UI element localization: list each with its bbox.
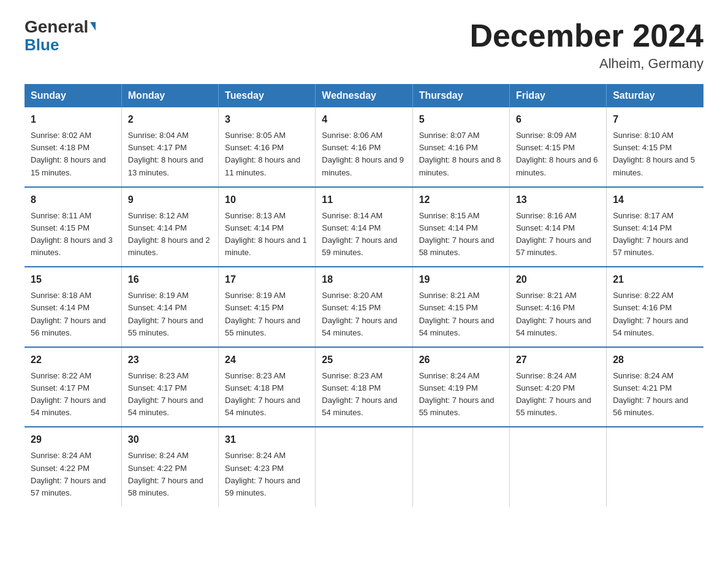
logo: General Blue xyxy=(25,18,96,53)
day-info: Sunrise: 8:23 AMSunset: 4:18 PMDaylight:… xyxy=(322,371,397,417)
day-info: Sunrise: 8:23 AMSunset: 4:17 PMDaylight:… xyxy=(128,371,203,417)
day-info: Sunrise: 8:19 AMSunset: 4:14 PMDaylight:… xyxy=(128,291,203,337)
day-number: 16 xyxy=(128,272,212,287)
calendar-cell xyxy=(607,427,703,507)
day-number: 29 xyxy=(31,432,115,447)
day-info: Sunrise: 8:22 AMSunset: 4:17 PMDaylight:… xyxy=(31,371,106,417)
day-number: 15 xyxy=(31,272,115,287)
day-info: Sunrise: 8:06 AMSunset: 4:16 PMDaylight:… xyxy=(322,131,404,177)
day-number: 25 xyxy=(322,353,406,367)
calendar-cell: 28 Sunrise: 8:24 AMSunset: 4:21 PMDaylig… xyxy=(607,347,703,427)
calendar-cell: 3 Sunrise: 8:05 AMSunset: 4:16 PMDayligh… xyxy=(219,107,316,187)
calendar-cell: 4 Sunrise: 8:06 AMSunset: 4:16 PMDayligh… xyxy=(316,107,412,187)
day-number: 23 xyxy=(128,353,212,367)
calendar-cell: 25 Sunrise: 8:23 AMSunset: 4:18 PMDaylig… xyxy=(316,347,412,427)
calendar-cell xyxy=(316,427,412,507)
day-info: Sunrise: 8:12 AMSunset: 4:14 PMDaylight:… xyxy=(128,211,210,257)
calendar-cell: 9 Sunrise: 8:12 AMSunset: 4:14 PMDayligh… xyxy=(121,187,218,267)
day-info: Sunrise: 8:17 AMSunset: 4:14 PMDaylight:… xyxy=(613,211,688,257)
day-info: Sunrise: 8:10 AMSunset: 4:15 PMDaylight:… xyxy=(613,131,695,177)
day-info: Sunrise: 8:24 AMSunset: 4:20 PMDaylight:… xyxy=(516,371,591,417)
calendar-cell: 20 Sunrise: 8:21 AMSunset: 4:16 PMDaylig… xyxy=(509,267,606,347)
weekday-header-tuesday: Tuesday xyxy=(219,84,316,107)
calendar-cell: 7 Sunrise: 8:10 AMSunset: 4:15 PMDayligh… xyxy=(607,107,703,187)
day-number: 27 xyxy=(516,353,600,367)
day-info: Sunrise: 8:21 AMSunset: 4:16 PMDaylight:… xyxy=(516,291,591,337)
page-header: General Blue December 2024 Alheim, Germa… xyxy=(25,18,703,72)
day-number: 31 xyxy=(225,432,309,447)
day-info: Sunrise: 8:02 AMSunset: 4:18 PMDaylight:… xyxy=(31,131,106,177)
weekday-header-thursday: Thursday xyxy=(412,84,509,107)
calendar-cell: 12 Sunrise: 8:15 AMSunset: 4:14 PMDaylig… xyxy=(412,187,509,267)
day-info: Sunrise: 8:14 AMSunset: 4:14 PMDaylight:… xyxy=(322,211,397,257)
day-number: 17 xyxy=(225,272,309,287)
calendar-cell: 18 Sunrise: 8:20 AMSunset: 4:15 PMDaylig… xyxy=(316,267,412,347)
calendar-week-row: 15 Sunrise: 8:18 AMSunset: 4:14 PMDaylig… xyxy=(25,267,703,347)
weekday-header-saturday: Saturday xyxy=(607,84,703,107)
day-number: 8 xyxy=(31,193,115,207)
day-number: 24 xyxy=(225,353,309,367)
day-number: 9 xyxy=(128,193,212,207)
day-number: 5 xyxy=(419,112,503,127)
day-number: 20 xyxy=(516,272,600,287)
weekday-header-wednesday: Wednesday xyxy=(316,84,412,107)
weekday-header-row: SundayMondayTuesdayWednesdayThursdayFrid… xyxy=(25,84,703,107)
day-number: 11 xyxy=(322,193,406,207)
day-info: Sunrise: 8:24 AMSunset: 4:22 PMDaylight:… xyxy=(128,451,203,497)
calendar-cell: 15 Sunrise: 8:18 AMSunset: 4:14 PMDaylig… xyxy=(25,267,121,347)
calendar-cell: 30 Sunrise: 8:24 AMSunset: 4:22 PMDaylig… xyxy=(121,427,218,507)
day-info: Sunrise: 8:05 AMSunset: 4:16 PMDaylight:… xyxy=(225,131,300,177)
day-number: 7 xyxy=(613,112,697,127)
calendar-cell: 24 Sunrise: 8:23 AMSunset: 4:18 PMDaylig… xyxy=(219,347,316,427)
day-info: Sunrise: 8:23 AMSunset: 4:18 PMDaylight:… xyxy=(225,371,300,417)
calendar-cell: 2 Sunrise: 8:04 AMSunset: 4:17 PMDayligh… xyxy=(121,107,218,187)
day-info: Sunrise: 8:07 AMSunset: 4:16 PMDaylight:… xyxy=(419,131,501,177)
day-number: 2 xyxy=(128,112,212,127)
day-info: Sunrise: 8:04 AMSunset: 4:17 PMDaylight:… xyxy=(128,131,203,177)
calendar-week-row: 8 Sunrise: 8:11 AMSunset: 4:15 PMDayligh… xyxy=(25,187,703,267)
calendar-cell: 19 Sunrise: 8:21 AMSunset: 4:15 PMDaylig… xyxy=(412,267,509,347)
day-number: 18 xyxy=(322,272,406,287)
calendar-cell: 1 Sunrise: 8:02 AMSunset: 4:18 PMDayligh… xyxy=(25,107,121,187)
day-info: Sunrise: 8:16 AMSunset: 4:14 PMDaylight:… xyxy=(516,211,591,257)
day-number: 4 xyxy=(322,112,406,127)
day-number: 10 xyxy=(225,193,309,207)
calendar-cell xyxy=(509,427,606,507)
calendar-cell: 6 Sunrise: 8:09 AMSunset: 4:15 PMDayligh… xyxy=(509,107,606,187)
calendar-cell: 21 Sunrise: 8:22 AMSunset: 4:16 PMDaylig… xyxy=(607,267,703,347)
day-info: Sunrise: 8:09 AMSunset: 4:15 PMDaylight:… xyxy=(516,131,598,177)
day-info: Sunrise: 8:20 AMSunset: 4:15 PMDaylight:… xyxy=(322,291,397,337)
day-info: Sunrise: 8:22 AMSunset: 4:16 PMDaylight:… xyxy=(613,291,688,337)
calendar-cell: 11 Sunrise: 8:14 AMSunset: 4:14 PMDaylig… xyxy=(316,187,412,267)
day-number: 12 xyxy=(419,193,503,207)
weekday-header-monday: Monday xyxy=(121,84,218,107)
day-info: Sunrise: 8:24 AMSunset: 4:23 PMDaylight:… xyxy=(225,451,300,497)
calendar-table: SundayMondayTuesdayWednesdayThursdayFrid… xyxy=(25,84,703,507)
calendar-cell: 16 Sunrise: 8:19 AMSunset: 4:14 PMDaylig… xyxy=(121,267,218,347)
day-info: Sunrise: 8:21 AMSunset: 4:15 PMDaylight:… xyxy=(419,291,495,337)
calendar-cell: 22 Sunrise: 8:22 AMSunset: 4:17 PMDaylig… xyxy=(25,347,121,427)
calendar-cell: 5 Sunrise: 8:07 AMSunset: 4:16 PMDayligh… xyxy=(412,107,509,187)
day-number: 6 xyxy=(516,112,600,127)
calendar-cell: 17 Sunrise: 8:19 AMSunset: 4:15 PMDaylig… xyxy=(219,267,316,347)
calendar-week-row: 29 Sunrise: 8:24 AMSunset: 4:22 PMDaylig… xyxy=(25,427,703,507)
day-number: 3 xyxy=(225,112,309,127)
title-block: December 2024 Alheim, Germany xyxy=(469,18,703,72)
weekday-header-sunday: Sunday xyxy=(25,84,121,107)
location: Alheim, Germany xyxy=(469,56,703,72)
day-number: 1 xyxy=(31,112,115,127)
day-number: 22 xyxy=(31,353,115,367)
calendar-cell: 10 Sunrise: 8:13 AMSunset: 4:14 PMDaylig… xyxy=(219,187,316,267)
calendar-cell: 14 Sunrise: 8:17 AMSunset: 4:14 PMDaylig… xyxy=(607,187,703,267)
calendar-cell: 13 Sunrise: 8:16 AMSunset: 4:14 PMDaylig… xyxy=(509,187,606,267)
day-number: 19 xyxy=(419,272,503,287)
logo-blue: Blue xyxy=(25,37,59,53)
day-number: 14 xyxy=(613,193,697,207)
calendar-cell xyxy=(412,427,509,507)
calendar-cell: 27 Sunrise: 8:24 AMSunset: 4:20 PMDaylig… xyxy=(509,347,606,427)
day-info: Sunrise: 8:19 AMSunset: 4:15 PMDaylight:… xyxy=(225,291,300,337)
day-number: 28 xyxy=(613,353,697,367)
calendar-cell: 29 Sunrise: 8:24 AMSunset: 4:22 PMDaylig… xyxy=(25,427,121,507)
day-info: Sunrise: 8:13 AMSunset: 4:14 PMDaylight:… xyxy=(225,211,307,257)
calendar-week-row: 22 Sunrise: 8:22 AMSunset: 4:17 PMDaylig… xyxy=(25,347,703,427)
